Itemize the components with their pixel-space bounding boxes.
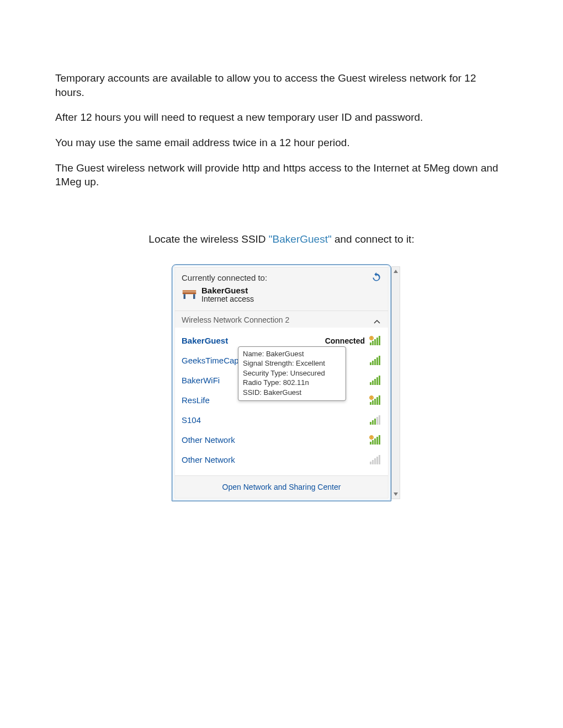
svg-rect-29: [372, 420, 374, 425]
svg-rect-34: [372, 440, 374, 445]
doc-paragraph: After 12 hours you will need to request …: [55, 110, 508, 125]
svg-text:!: !: [371, 336, 371, 340]
svg-rect-42: [374, 458, 376, 464]
tooltip-line: Signal Strength: Excellent: [243, 358, 341, 368]
network-name: Other Network: [182, 435, 235, 445]
svg-rect-37: [379, 435, 380, 445]
scroll-up-icon[interactable]: [392, 267, 400, 276]
network-flyout: Currently connected to:: [172, 264, 391, 501]
svg-rect-17: [372, 381, 374, 385]
current-connection-name: BakerGuest: [201, 286, 254, 296]
scroll-down-icon[interactable]: [392, 490, 400, 499]
svg-rect-16: [370, 382, 371, 385]
signal-icon: [369, 356, 381, 366]
svg-rect-19: [376, 377, 378, 385]
svg-rect-20: [379, 376, 380, 385]
header-title: Currently connected to:: [182, 273, 267, 282]
flyout-header: Currently connected to:: [175, 267, 388, 311]
network-name: BakerWiFi: [182, 376, 220, 385]
svg-rect-36: [376, 437, 378, 445]
network-name: Other Network: [182, 455, 235, 464]
tooltip-line: Radio Type: 802.11n: [243, 378, 341, 388]
scroll-track[interactable]: [392, 276, 400, 490]
current-connection-status: Internet access: [201, 295, 254, 303]
svg-rect-22: [372, 400, 374, 405]
svg-rect-35: [374, 438, 376, 445]
svg-rect-1: [184, 294, 186, 299]
tooltip-line: Security Type: Unsecured: [243, 368, 341, 378]
doc-paragraph: The Guest wireless network will provide …: [55, 161, 508, 189]
svg-rect-18: [374, 379, 376, 385]
network-name: BakerGuest: [182, 336, 228, 345]
tooltip-line: SSID: BakerGuest: [243, 388, 341, 398]
svg-rect-24: [376, 397, 378, 405]
svg-rect-41: [372, 460, 374, 464]
svg-rect-33: [370, 442, 371, 445]
network-status: Connected: [325, 336, 365, 345]
adapter-label: Wireless Network Connection 2: [182, 315, 289, 324]
svg-rect-40: [370, 462, 371, 464]
signal-icon: !: [369, 435, 381, 445]
network-item-other-1[interactable]: Other Network !: [180, 430, 383, 450]
network-list: BakerGuest Connected ! G: [175, 328, 388, 475]
svg-rect-11: [370, 362, 371, 365]
svg-rect-28: [370, 422, 371, 425]
network-name: ResLife: [182, 395, 210, 405]
network-item-s104[interactable]: S104: [180, 410, 383, 430]
open-network-center-link[interactable]: Open Network and Sharing Center: [175, 476, 388, 498]
svg-rect-43: [376, 457, 378, 464]
signal-icon: [369, 455, 381, 465]
signal-icon: [369, 415, 381, 425]
instruction-post: and connect to it:: [332, 233, 415, 245]
svg-rect-14: [376, 357, 378, 365]
svg-rect-6: [374, 339, 376, 345]
signal-icon: !: [369, 395, 381, 405]
svg-text:!: !: [371, 436, 371, 439]
svg-rect-3: [183, 290, 196, 292]
chevron-up-icon: [374, 317, 380, 325]
svg-rect-15: [379, 356, 380, 365]
svg-rect-21: [370, 402, 371, 405]
network-name: S104: [182, 415, 201, 425]
svg-rect-12: [372, 361, 374, 365]
doc-paragraph: Temporary accounts are available to allo…: [55, 71, 508, 99]
tooltip-line: Name: BakerGuest: [243, 349, 341, 359]
network-item-other-2[interactable]: Other Network: [180, 450, 383, 470]
ssid-highlight: "BakerGuest": [269, 233, 332, 245]
network-tooltip: Name: BakerGuest Signal Strength: Excell…: [238, 346, 346, 402]
adapter-header[interactable]: Wireless Network Connection 2: [175, 311, 388, 328]
svg-rect-32: [379, 415, 380, 425]
svg-rect-31: [376, 417, 378, 425]
signal-icon: [369, 376, 381, 386]
svg-rect-44: [379, 455, 380, 464]
svg-rect-0: [183, 292, 196, 295]
scrollbar[interactable]: [391, 266, 400, 499]
instruction-line: Locate the wireless SSID "BakerGuest" an…: [55, 233, 508, 245]
svg-rect-23: [374, 399, 376, 405]
svg-rect-4: [370, 342, 371, 345]
svg-rect-25: [379, 395, 380, 405]
refresh-icon[interactable]: [371, 272, 381, 282]
signal-icon: !: [369, 336, 381, 346]
svg-rect-30: [374, 419, 376, 425]
svg-rect-5: [372, 341, 374, 345]
instruction-pre: Locate the wireless SSID: [148, 233, 269, 245]
svg-text:!: !: [371, 396, 371, 399]
doc-paragraph: You may use the same email address twice…: [55, 136, 508, 150]
svg-rect-13: [374, 359, 376, 365]
bench-icon: [182, 288, 197, 302]
svg-rect-7: [376, 338, 378, 345]
svg-rect-2: [193, 294, 195, 299]
svg-rect-8: [379, 336, 380, 345]
